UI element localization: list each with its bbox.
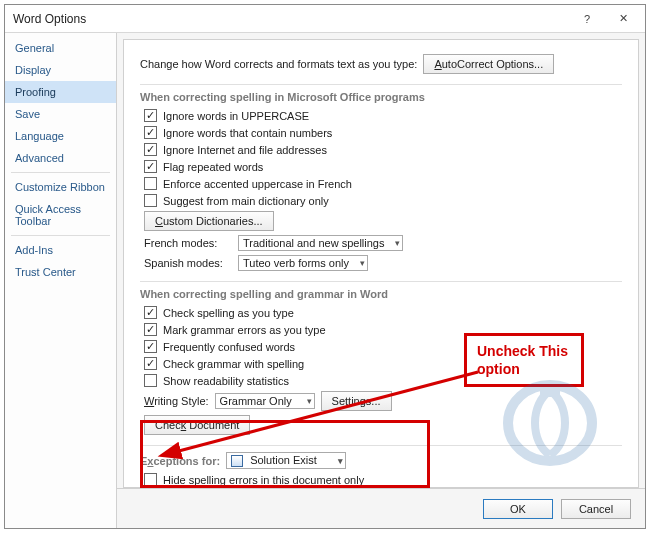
french-modes-select[interactable]: Traditional and new spellings▾ [238, 235, 403, 251]
sidebar-item-add-ins[interactable]: Add-Ins [5, 239, 116, 261]
section-heading-office-spelling: When correcting spelling in Microsoft Of… [140, 84, 622, 103]
dialog-title: Word Options [13, 12, 569, 26]
writing-style-label: Writing Style: [144, 395, 209, 407]
checkbox-label: Check grammar with spelling [163, 358, 304, 370]
custom-dictionaries-button[interactable]: Custom Dictionaries... [144, 211, 274, 231]
exceptions-label: Exceptions for: [140, 455, 220, 467]
settings-button[interactable]: Settings... [321, 391, 392, 411]
sidebar-divider [11, 235, 110, 236]
sidebar-item-trust-center[interactable]: Trust Center [5, 261, 116, 283]
french-modes-label: French modes: [144, 237, 232, 249]
checkbox-label: Enforce accented uppercase in French [163, 178, 352, 190]
checkbox-label: Suggest from main dictionary only [163, 195, 329, 207]
checkbox-readability-statistics[interactable] [144, 374, 157, 387]
sidebar-item-display[interactable]: Display [5, 59, 116, 81]
help-button[interactable]: ? [569, 6, 605, 32]
sidebar-item-advanced[interactable]: Advanced [5, 147, 116, 169]
checkbox-label: Flag repeated words [163, 161, 263, 173]
intro-text: Change how Word corrects and formats tex… [140, 58, 417, 70]
checkbox-hide-spelling-errors[interactable] [144, 473, 157, 486]
sidebar: General Display Proofing Save Language A… [5, 33, 117, 528]
sidebar-item-language[interactable]: Language [5, 125, 116, 147]
section-heading-word-spelling: When correcting spelling and grammar in … [140, 281, 622, 300]
checkbox-check-spelling-as-type[interactable] [144, 306, 157, 319]
checkbox-ignore-numbers[interactable] [144, 126, 157, 139]
spanish-modes-label: Spanish modes: [144, 257, 232, 269]
checkbox-flag-repeated[interactable] [144, 160, 157, 173]
checkbox-label: Check spelling as you type [163, 307, 294, 319]
exceptions-document-select[interactable]: Solution Exist ▾ [226, 452, 346, 469]
checkbox-check-grammar-with-spelling[interactable] [144, 357, 157, 370]
cancel-button[interactable]: Cancel [561, 499, 631, 519]
main-panel: Change how Word corrects and formats tex… [123, 39, 639, 488]
chevron-down-icon: ▾ [395, 238, 400, 248]
checkbox-label: Ignore Internet and file addresses [163, 144, 327, 156]
sidebar-item-general[interactable]: General [5, 37, 116, 59]
checkbox-label: Mark grammar errors as you type [163, 324, 326, 336]
sidebar-item-proofing[interactable]: Proofing [5, 81, 116, 103]
word-doc-icon [231, 455, 243, 467]
checkbox-ignore-internet[interactable] [144, 143, 157, 156]
checkbox-label: Hide spelling errors in this document on… [163, 474, 364, 486]
check-document-button[interactable]: Check Document [144, 415, 250, 435]
chevron-down-icon: ▾ [338, 456, 343, 466]
sidebar-divider [11, 172, 110, 173]
ok-button[interactable]: OK [483, 499, 553, 519]
sidebar-item-customize-ribbon[interactable]: Customize Ribbon [5, 176, 116, 198]
word-options-dialog: Word Options ? ✕ General Display Proofin… [4, 4, 646, 529]
titlebar: Word Options ? ✕ [5, 5, 645, 33]
checkbox-label: Frequently confused words [163, 341, 295, 353]
chevron-down-icon: ▾ [307, 396, 312, 406]
checkbox-label: Ignore words that contain numbers [163, 127, 332, 139]
checkbox-accented-french[interactable] [144, 177, 157, 190]
dialog-footer: OK Cancel [117, 488, 645, 528]
checkbox-main-dictionary-only[interactable] [144, 194, 157, 207]
checkbox-frequently-confused[interactable] [144, 340, 157, 353]
writing-style-select[interactable]: Grammar Only▾ [215, 393, 315, 409]
autocorrect-options-button[interactable]: AutoCorrect Options... [423, 54, 554, 74]
chevron-down-icon: ▾ [360, 258, 365, 268]
checkbox-mark-grammar-as-type[interactable] [144, 323, 157, 336]
checkbox-label: Ignore words in UPPERCASE [163, 110, 309, 122]
spanish-modes-select[interactable]: Tuteo verb forms only▾ [238, 255, 368, 271]
sidebar-item-save[interactable]: Save [5, 103, 116, 125]
checkbox-label: Show readability statistics [163, 375, 289, 387]
close-button[interactable]: ✕ [605, 6, 641, 32]
sidebar-item-quick-access-toolbar[interactable]: Quick Access Toolbar [5, 198, 116, 232]
checkbox-ignore-uppercase[interactable] [144, 109, 157, 122]
